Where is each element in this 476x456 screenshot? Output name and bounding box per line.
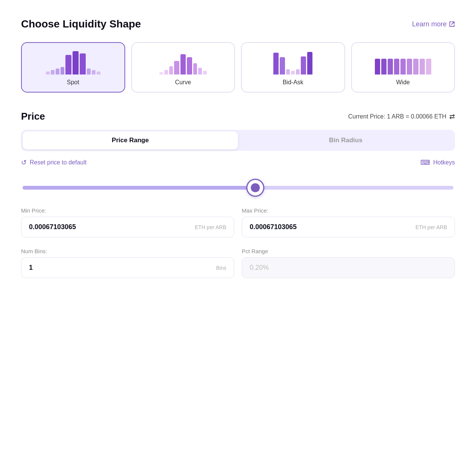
swap-icon[interactable]: ⇄ — [449, 112, 455, 121]
bar — [307, 52, 312, 74]
shape-card-label-spot: Spot — [67, 79, 79, 86]
page-title: Choose Liquidity Shape — [21, 18, 141, 30]
price-actions-row: ↺ Reset price to default ⌨ Hotkeys — [21, 158, 455, 167]
bar — [80, 53, 86, 74]
shape-card-bidask[interactable]: Bid-Ask — [241, 42, 345, 93]
bar — [426, 59, 431, 74]
bar — [65, 55, 71, 74]
curve-chart — [159, 50, 207, 74]
bar — [291, 71, 295, 74]
bar — [180, 54, 186, 74]
reset-icon: ↺ — [21, 158, 27, 167]
pct-range-group: Pct Range 0.20% — [242, 248, 455, 278]
max-price-value: 0.00067103065 — [250, 223, 297, 231]
pct-range-label: Pct Range — [242, 248, 455, 254]
pct-range-value: 0.20% — [250, 264, 269, 272]
learn-more-link[interactable]: Learn more — [412, 20, 455, 28]
tab-price-range[interactable]: Price Range — [23, 131, 238, 149]
reset-price-label: Reset price to default — [30, 159, 86, 166]
bar — [169, 66, 173, 74]
bar — [187, 57, 192, 74]
price-inputs-row: Min Price: 0.00067103065 ETH per ARB Max… — [21, 207, 455, 237]
max-price-field[interactable]: 0.00067103065 ETH per ARB — [242, 217, 455, 237]
bar — [56, 68, 59, 74]
shape-card-label-wide: Wide — [396, 79, 410, 86]
bar — [301, 56, 306, 74]
min-price-unit: ETH per ARB — [195, 224, 226, 230]
slider-fill — [23, 186, 255, 190]
bidask-chart — [273, 50, 312, 74]
wide-chart — [375, 50, 431, 74]
bar — [388, 59, 393, 74]
bar — [97, 71, 100, 74]
hotkeys-button[interactable]: ⌨ Hotkeys — [420, 158, 455, 167]
learn-more-label: Learn more — [412, 20, 447, 28]
bar — [280, 57, 285, 74]
bar — [413, 59, 418, 74]
bar — [273, 53, 279, 74]
current-price-text: Current Price: 1 ARB = 0.00066 ETH — [348, 113, 446, 120]
pct-range-field: 0.20% — [242, 257, 455, 278]
tab-bin-radius[interactable]: Bin Radius — [238, 131, 453, 149]
min-price-field[interactable]: 0.00067103065 ETH per ARB — [21, 217, 234, 237]
spot-chart — [46, 50, 100, 74]
bar — [164, 70, 168, 74]
bar — [375, 59, 380, 74]
bar — [394, 59, 399, 74]
bar — [407, 59, 412, 74]
bar — [92, 70, 96, 74]
bar — [286, 69, 290, 74]
bar — [174, 61, 179, 74]
current-price-display: Current Price: 1 ARB = 0.00066 ETH ⇄ — [348, 112, 455, 121]
bar — [296, 69, 300, 74]
bottom-inputs-row: Num Bins: 1 Bins Pct Range 0.20% — [21, 248, 455, 278]
reset-price-button[interactable]: ↺ Reset price to default — [21, 158, 86, 167]
bar — [420, 59, 425, 74]
shape-card-label-bidask: Bid-Ask — [283, 79, 303, 86]
hotkeys-label: Hotkeys — [433, 159, 455, 166]
num-bins-unit: Bins — [216, 265, 226, 271]
page-header: Choose Liquidity Shape Learn more — [21, 18, 455, 30]
num-bins-value: 1 — [29, 264, 33, 272]
bar — [193, 63, 197, 74]
bar — [87, 68, 91, 74]
bar — [61, 67, 64, 74]
max-price-group: Max Price: 0.00067103065 ETH per ARB — [242, 207, 455, 237]
slider-thumb-inner — [251, 183, 260, 192]
min-price-group: Min Price: 0.00067103065 ETH per ARB — [21, 207, 234, 237]
shape-selector: Spot Curve Bid-Ask — [21, 42, 455, 93]
price-slider-track[interactable] — [23, 179, 453, 197]
price-section-title: Price — [21, 111, 45, 122]
bar — [46, 71, 50, 74]
bar — [381, 59, 387, 74]
num-bins-field[interactable]: 1 Bins — [21, 257, 234, 278]
shape-card-label-curve: Curve — [175, 79, 191, 86]
shape-card-wide[interactable]: Wide — [351, 42, 455, 93]
bar — [159, 72, 163, 74]
price-header: Price Current Price: 1 ARB = 0.00066 ETH… — [21, 111, 455, 122]
bar — [73, 51, 79, 74]
bar — [203, 71, 207, 74]
num-bins-group: Num Bins: 1 Bins — [21, 248, 234, 278]
num-bins-label: Num Bins: — [21, 248, 234, 254]
bar — [400, 59, 406, 74]
shape-card-spot[interactable]: Spot — [21, 42, 125, 93]
external-link-icon — [449, 21, 455, 27]
keyboard-icon: ⌨ — [420, 158, 430, 167]
max-price-label: Max Price: — [242, 207, 455, 214]
bar — [51, 70, 55, 74]
shape-card-curve[interactable]: Curve — [131, 42, 235, 93]
slider-thumb[interactable] — [246, 179, 264, 197]
price-slider-container — [21, 179, 455, 197]
min-price-value: 0.00067103065 — [29, 223, 76, 231]
bar — [198, 68, 202, 74]
price-section: Price Current Price: 1 ARB = 0.00066 ETH… — [21, 111, 455, 278]
max-price-unit: ETH per ARB — [415, 224, 447, 230]
price-tab-toggle: Price Range Bin Radius — [21, 130, 455, 151]
min-price-label: Min Price: — [21, 207, 234, 214]
